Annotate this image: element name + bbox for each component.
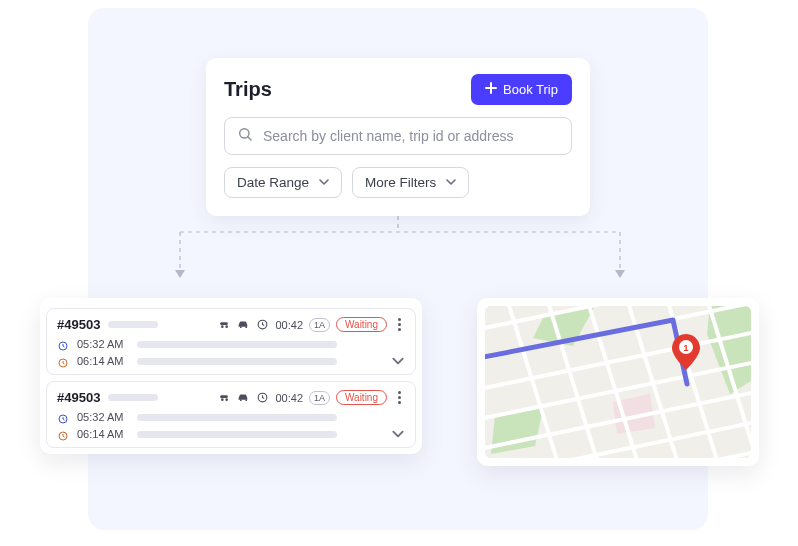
svg-line-7 xyxy=(248,137,251,140)
placeholder-bar xyxy=(108,321,158,328)
svg-point-18 xyxy=(226,398,229,401)
svg-rect-8 xyxy=(221,322,229,325)
placeholder-bar xyxy=(137,431,337,438)
passenger-badge: 1A xyxy=(309,391,330,405)
svg-rect-16 xyxy=(221,395,229,398)
page-title: Trips xyxy=(224,78,272,101)
vehicle-icon xyxy=(237,318,250,331)
status-badge: Waiting xyxy=(336,390,387,405)
pickup-time: 05:32 AM xyxy=(77,411,129,423)
trip-list: #49503 00:42 1A Waiting xyxy=(40,298,422,454)
placeholder-bar xyxy=(137,341,337,348)
trip-card[interactable]: #49503 00:42 1A Waiting xyxy=(46,381,416,448)
passenger-badge: 1A xyxy=(309,318,330,332)
placeholder-bar xyxy=(108,394,158,401)
pickup-time: 05:32 AM xyxy=(77,338,129,350)
trip-menu-button[interactable] xyxy=(393,318,405,332)
svg-point-19 xyxy=(240,399,242,401)
trip-menu-button[interactable] xyxy=(393,391,405,405)
wheelchair-icon xyxy=(218,391,231,404)
pickup-clock-icon xyxy=(57,338,69,350)
search-input[interactable] xyxy=(263,128,559,144)
search-field[interactable] xyxy=(224,117,572,155)
svg-point-9 xyxy=(222,325,225,328)
caret-down-icon xyxy=(319,175,329,190)
clock-icon xyxy=(256,318,269,331)
expand-button[interactable] xyxy=(391,427,405,441)
vehicle-icon xyxy=(237,391,250,404)
dropoff-time: 06:14 AM xyxy=(77,428,129,440)
svg-point-10 xyxy=(226,325,229,328)
date-range-label: Date Range xyxy=(237,175,309,190)
caret-down-icon xyxy=(446,175,456,190)
date-range-filter[interactable]: Date Range xyxy=(224,167,342,198)
dropoff-clock-icon xyxy=(57,355,69,367)
svg-point-20 xyxy=(246,399,248,401)
more-filters-label: More Filters xyxy=(365,175,436,190)
plus-icon xyxy=(485,82,497,97)
svg-point-11 xyxy=(240,326,242,328)
status-badge: Waiting xyxy=(336,317,387,332)
trip-card[interactable]: #49503 00:42 1A Waiting xyxy=(46,308,416,375)
dropoff-time: 06:14 AM xyxy=(77,355,129,367)
clock-icon xyxy=(256,391,269,404)
trip-duration: 00:42 xyxy=(275,319,303,331)
trip-id: #49503 xyxy=(57,390,100,405)
trip-id: #49503 xyxy=(57,317,100,332)
search-icon xyxy=(237,126,253,146)
svg-point-12 xyxy=(246,326,248,328)
svg-point-17 xyxy=(222,398,225,401)
expand-button[interactable] xyxy=(391,354,405,368)
wheelchair-icon xyxy=(218,318,231,331)
placeholder-bar xyxy=(137,358,337,365)
book-trip-label: Book Trip xyxy=(503,82,558,97)
trips-panel: Trips Book Trip Date Range More Filters xyxy=(206,58,590,216)
more-filters-button[interactable]: More Filters xyxy=(352,167,469,198)
placeholder-bar xyxy=(137,414,337,421)
dropoff-clock-icon xyxy=(57,428,69,440)
pickup-clock-icon xyxy=(57,411,69,423)
map-card: 1 xyxy=(477,298,759,466)
map-pin-label: 1 xyxy=(683,343,688,353)
map-view[interactable]: 1 xyxy=(485,306,751,458)
trip-duration: 00:42 xyxy=(275,392,303,404)
book-trip-button[interactable]: Book Trip xyxy=(471,74,572,105)
